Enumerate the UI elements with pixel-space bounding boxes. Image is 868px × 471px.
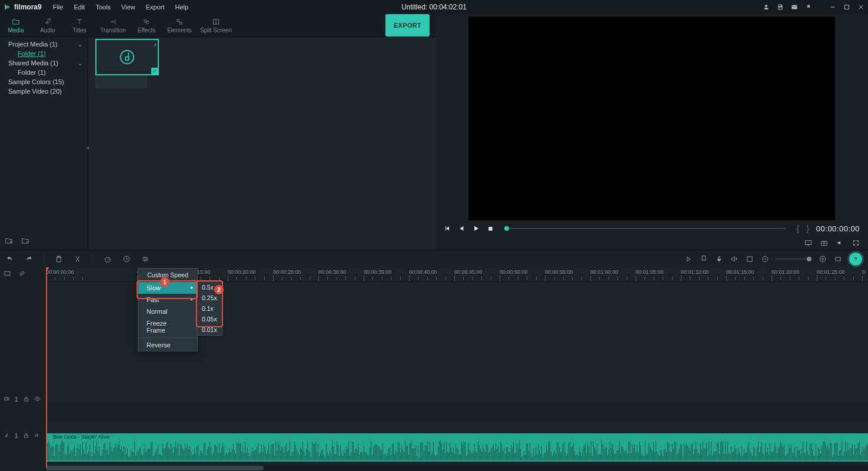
progress-thumb[interactable]	[504, 226, 509, 231]
progress-track[interactable]	[504, 228, 786, 229]
annotation-badge-1: 1	[160, 277, 169, 287]
save-icon[interactable]	[776, 4, 784, 11]
audio-track-header[interactable]: 1	[4, 432, 41, 440]
close-icon[interactable]	[857, 4, 864, 11]
app-name: filmora	[14, 3, 38, 11]
fullscreen-icon[interactable]	[852, 239, 860, 248]
clock-icon[interactable]	[122, 255, 131, 263]
menu-view[interactable]: View	[116, 1, 141, 13]
tree-sample-video[interactable]: Sample Video (20)	[2, 87, 86, 96]
zoom-slider[interactable]	[776, 258, 812, 260]
media-clip[interactable]: ♪ ✓	[95, 39, 159, 88]
display-icon[interactable]	[804, 239, 812, 248]
svg-point-20	[146, 21, 149, 24]
mixer-icon[interactable]	[730, 255, 739, 263]
zoom-out-icon[interactable]	[761, 255, 769, 263]
slow-0-05x[interactable]: 0.05x	[197, 314, 222, 324]
mark-in-icon[interactable]: {	[796, 224, 799, 233]
svg-rect-35	[5, 397, 8, 400]
collapse-handle-icon[interactable]: ◂	[86, 144, 91, 152]
tab-effects[interactable]: Effects	[131, 14, 162, 37]
adjust-icon[interactable]	[141, 255, 149, 263]
menu-tools[interactable]: Tools	[90, 1, 116, 13]
tree-folder[interactable]: Folder (1)	[2, 68, 86, 77]
playhead[interactable]	[46, 267, 47, 467]
prev-frame-button[interactable]	[444, 225, 451, 232]
step-back-button[interactable]	[458, 225, 465, 232]
pin-icon[interactable]	[804, 4, 812, 11]
tree-project-media[interactable]: Project Media (1)⌄	[2, 39, 86, 49]
redo-icon[interactable]	[25, 255, 33, 263]
h-scrollbar-thumb[interactable]	[46, 466, 264, 470]
slow-0-01x[interactable]: 0.01x	[197, 324, 222, 335]
slow-0-1x[interactable]: 0.1x	[197, 303, 222, 314]
play-button[interactable]	[472, 224, 480, 233]
audio-track-number: 1	[15, 433, 18, 439]
marker-icon[interactable]	[700, 255, 708, 263]
preview-panel: { } 00:00:00:00	[435, 14, 868, 250]
maximize-icon[interactable]	[843, 4, 850, 11]
lock-icon[interactable]	[23, 432, 29, 440]
app-version: 9	[38, 3, 42, 11]
mark-out-icon[interactable]: }	[806, 224, 809, 233]
split-icon[interactable]	[74, 255, 82, 263]
zoom-thumb[interactable]	[807, 257, 812, 261]
menu-freeze-frame[interactable]: Freeze Frame	[138, 317, 197, 336]
timeline-link-icon[interactable]	[18, 270, 26, 278]
menu-fast[interactable]: Fast▸	[138, 294, 197, 306]
video-track-lane[interactable]	[46, 402, 868, 422]
tab-transition[interactable]: Transition	[95, 14, 131, 37]
annotation-badge-2: 2	[214, 285, 224, 294]
menu-edit[interactable]: Edit	[68, 1, 90, 13]
tree-folder-active[interactable]: Folder (1)	[2, 49, 86, 58]
tab-titles[interactable]: Titles	[64, 14, 95, 37]
svg-rect-38	[24, 435, 28, 437]
zoom-fit-icon[interactable]	[834, 255, 842, 263]
svg-rect-16	[806, 240, 812, 244]
voiceover-icon[interactable]	[715, 255, 723, 263]
transport-bar: { } 00:00:00:00	[440, 220, 863, 237]
h-scrollbar[interactable]	[46, 465, 868, 471]
menu-reverse[interactable]: Reverse	[138, 339, 197, 351]
media-tree: Project Media (1)⌄ Folder (1) Shared Med…	[0, 37, 88, 99]
menu-file[interactable]: File	[48, 1, 69, 13]
media-grid: ♪ ✓	[88, 32, 435, 250]
delete-icon[interactable]	[55, 255, 63, 263]
menu-normal[interactable]: Normal	[138, 306, 197, 317]
minimize-icon[interactable]	[829, 4, 836, 11]
undo-icon[interactable]	[6, 255, 14, 263]
tab-split-screen[interactable]: Split Screen	[197, 14, 235, 37]
tab-media[interactable]: Media	[0, 14, 32, 37]
snapshot-icon[interactable]	[820, 239, 828, 248]
timeline-thumb-icon[interactable]	[4, 270, 11, 278]
tab-audio[interactable]: Audio	[32, 14, 64, 37]
help-button[interactable]	[849, 253, 862, 266]
tab-elements[interactable]: Elements	[162, 14, 197, 37]
zoom-in-icon[interactable]	[819, 255, 827, 263]
svg-point-24	[105, 257, 110, 262]
volume-icon[interactable]	[836, 239, 844, 248]
stop-button[interactable]	[487, 225, 494, 232]
tree-sample-colors[interactable]: Sample Colors (15)	[2, 77, 86, 87]
video-track-number: 1	[15, 396, 18, 403]
export-button[interactable]: EXPORT	[385, 14, 430, 37]
speed-icon[interactable]	[104, 255, 112, 263]
del-folder-icon[interactable]	[21, 237, 29, 246]
tree-shared-media[interactable]: Shared Media (1)⌄	[2, 58, 86, 68]
window-title: Untitled: 00:04:02:01	[401, 3, 467, 11]
render-icon[interactable]	[684, 255, 693, 263]
mail-icon[interactable]	[790, 4, 798, 11]
lock-icon[interactable]	[23, 396, 29, 403]
video-track-header[interactable]: 1	[4, 396, 41, 403]
eye-icon[interactable]	[34, 396, 41, 403]
audio-clip[interactable]: Bee Gees - Stayin' Alive	[46, 433, 868, 462]
new-folder-icon[interactable]	[5, 237, 13, 246]
menu-help[interactable]: Help	[170, 1, 194, 13]
crop-icon[interactable]	[746, 255, 754, 263]
mute-icon[interactable]	[34, 432, 41, 440]
svg-rect-33	[836, 257, 840, 261]
account-icon[interactable]	[762, 4, 770, 11]
timeline: 1 1 00:00:00:0000:00:10:0000:00:15:0000:…	[0, 267, 868, 471]
svg-point-18	[823, 242, 825, 244]
menu-export[interactable]: Export	[141, 1, 170, 13]
